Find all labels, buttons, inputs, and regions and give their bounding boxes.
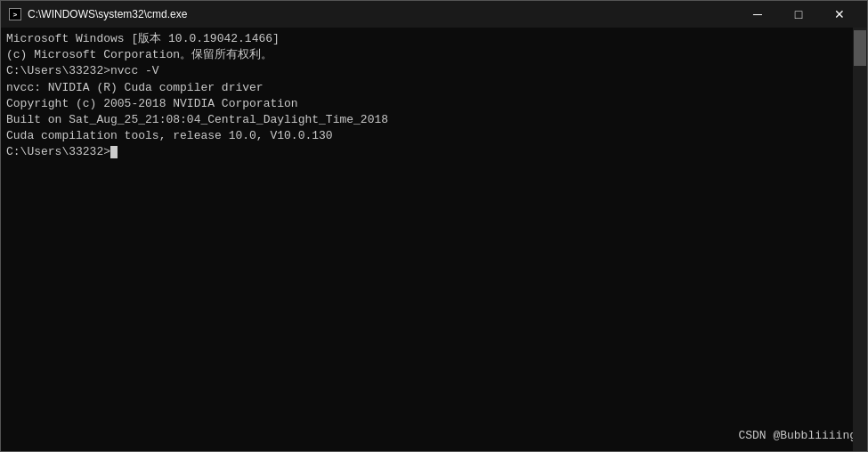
- maximize-button[interactable]: □: [778, 1, 819, 28]
- watermark: CSDN @Bubbliiiing: [738, 428, 856, 444]
- terminal-output: Microsoft Windows [版本 10.0.19042.1466](c…: [6, 31, 862, 161]
- terminal-body[interactable]: Microsoft Windows [版本 10.0.19042.1466](c…: [1, 28, 867, 451]
- terminal-line: Cuda compilation tools, release 10.0, V1…: [6, 128, 862, 144]
- scrollbar-thumb[interactable]: [854, 30, 866, 66]
- window-title: C:\WINDOWS\system32\cmd.exe: [28, 8, 187, 20]
- cmd-icon: [8, 7, 22, 21]
- window-controls: ─ □ ✕: [737, 1, 860, 28]
- terminal-line: Built on Sat_Aug_25_21:08:04_Central_Day…: [6, 112, 862, 128]
- terminal-cursor: [110, 146, 118, 158]
- close-button[interactable]: ✕: [819, 1, 860, 28]
- terminal-line: nvcc: NVIDIA (R) Cuda compiler driver: [6, 80, 862, 96]
- title-bar-left: C:\WINDOWS\system32\cmd.exe: [8, 7, 187, 21]
- terminal-line: C:\Users\33232>nvcc -V: [6, 63, 862, 79]
- cmd-window: C:\WINDOWS\system32\cmd.exe ─ □ ✕ Micros…: [0, 0, 868, 452]
- scrollbar[interactable]: [853, 28, 867, 451]
- terminal-line: (c) Microsoft Corporation。保留所有权利。: [6, 47, 862, 63]
- terminal-line: Microsoft Windows [版本 10.0.19042.1466]: [6, 31, 862, 47]
- terminal-line: Copyright (c) 2005-2018 NVIDIA Corporati…: [6, 96, 862, 112]
- terminal-line: C:\Users\33232>: [6, 144, 862, 160]
- title-bar: C:\WINDOWS\system32\cmd.exe ─ □ ✕: [1, 1, 867, 28]
- minimize-button[interactable]: ─: [737, 1, 778, 28]
